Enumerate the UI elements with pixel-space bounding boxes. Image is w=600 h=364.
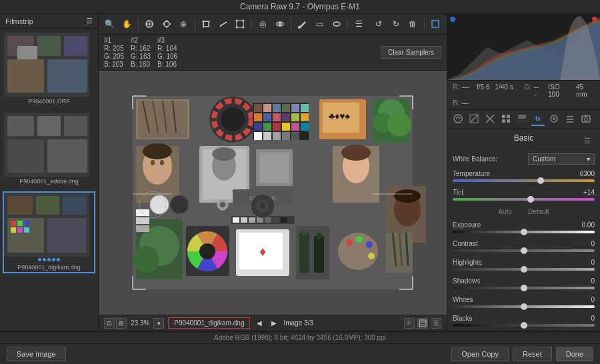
tab-camera-calibration[interactable] (547, 113, 561, 126)
svg-rect-67 (282, 113, 290, 121)
tab-basic[interactable] (451, 113, 465, 126)
blacks-value: 0 (571, 315, 595, 322)
straighten-tool[interactable] (216, 17, 230, 31)
workflow-btn[interactable] (417, 318, 428, 329)
transform-tool[interactable] (233, 17, 247, 31)
red-eye-tool[interactable] (273, 17, 287, 31)
exposure-slider[interactable] (453, 231, 595, 233)
shadows-slider[interactable] (453, 287, 595, 289)
tab-detail[interactable] (483, 113, 497, 126)
svg-point-38 (243, 20, 245, 22)
tint-slider[interactable] (453, 198, 595, 201)
image-area[interactable]: ♣♦♥♠ (99, 71, 447, 315)
svg-rect-21 (24, 221, 29, 226)
fullscreen-btn[interactable] (429, 17, 443, 31)
svg-rect-71 (263, 123, 271, 131)
zoom-fit-btn[interactable]: ⊡ (104, 318, 115, 329)
right-panel: R: --- f/5.6 1/40 s G: --- ISO 100 45 mm… (447, 14, 600, 331)
status-info: Adobe RGB (1998); 8 bit; 4624 by 3456 (1… (214, 334, 386, 341)
svg-point-165 (454, 115, 462, 123)
next-image-btn[interactable]: ▶ (269, 318, 279, 329)
blacks-thumb[interactable] (521, 322, 527, 329)
svg-rect-2 (37, 36, 61, 56)
svg-point-39 (236, 27, 238, 29)
highlights-thumb[interactable] (521, 266, 527, 273)
tab-split-toning[interactable] (515, 113, 529, 126)
filename-display[interactable]: P9040001_digikam.dng (168, 317, 250, 329)
svg-point-88 (387, 113, 411, 137)
whites-thumb[interactable] (521, 303, 527, 310)
radial-filter[interactable] (329, 17, 343, 31)
spot-removal-tool[interactable]: ◎ (256, 17, 270, 31)
tint-thumb[interactable] (527, 196, 534, 203)
graduated-filter[interactable]: ▭ (313, 17, 327, 31)
reset-button[interactable]: Reset (513, 347, 552, 361)
zoom-tool[interactable]: 🔍 (103, 17, 117, 31)
highlights-slider[interactable] (453, 268, 595, 271)
white-balance-dropdown[interactable]: Custom ▾ (528, 153, 595, 165)
hand-tool[interactable]: ✋ (119, 17, 133, 31)
filmstrip-item-2[interactable]: P9040001_adobe.dng (3, 111, 95, 187)
section-title: Basic (514, 133, 533, 143)
sampler-2-b: B: 160 (131, 61, 151, 68)
crop-tool[interactable] (199, 17, 213, 31)
contrast-slider[interactable] (453, 249, 595, 252)
panel-menu-btn[interactable]: ☰ (584, 137, 591, 145)
histogram-shadow-warning[interactable] (450, 17, 455, 22)
trash-btn[interactable]: 🗑 (405, 17, 419, 31)
preferences-btn[interactable]: ☰ (352, 17, 366, 31)
svg-point-126 (366, 241, 373, 248)
svg-rect-77 (263, 132, 271, 140)
svg-rect-78 (273, 132, 281, 140)
histogram-highlight-warning[interactable] (592, 17, 597, 22)
zoom-fill-btn[interactable]: ⊞ (116, 318, 127, 329)
target-adjustment-tool[interactable]: ⊕ (176, 17, 190, 31)
rotate-ccw-btn[interactable]: ↺ (372, 17, 386, 31)
blacks-slider[interactable] (453, 324, 595, 327)
tab-presets[interactable] (563, 113, 577, 126)
svg-rect-58 (254, 104, 262, 112)
rating-btn[interactable]: ⚐ (404, 318, 415, 329)
tab-hsl[interactable] (499, 113, 513, 126)
temperature-thumb[interactable] (537, 177, 544, 184)
contrast-thumb[interactable] (521, 247, 527, 254)
highlights-value: 0 (571, 259, 595, 266)
svg-point-174 (553, 117, 555, 120)
temperature-slider[interactable] (453, 179, 595, 182)
svg-rect-36 (237, 21, 243, 27)
zoom-dropdown-btn[interactable]: ▾ (153, 318, 164, 329)
svg-rect-152 (136, 225, 149, 232)
whites-label-row: Whites 0 (453, 296, 595, 303)
filmstrip-thumb-1 (4, 33, 89, 97)
svg-rect-137 (265, 217, 271, 223)
tab-lens-corrections[interactable]: fx (531, 113, 545, 126)
sampler-2-r: R: 162 (131, 45, 151, 52)
white-balance-tool[interactable] (143, 17, 157, 31)
svg-point-179 (585, 118, 588, 121)
save-image-button[interactable]: Save Image (7, 347, 66, 361)
dot-5 (57, 258, 60, 261)
exposure-thumb[interactable] (521, 229, 527, 235)
tab-snapshots[interactable] (579, 113, 593, 126)
svg-point-154 (170, 195, 189, 214)
auto-btn[interactable]: Auto (493, 207, 517, 216)
rotate-cw-btn[interactable]: ↻ (389, 17, 403, 31)
open-copy-button[interactable]: Open Copy (451, 347, 509, 361)
wb-dropdown-arrow: ▾ (587, 155, 590, 163)
g-value: --- (534, 83, 540, 98)
done-button[interactable]: Done (556, 347, 593, 361)
clear-samplers-button[interactable]: Clear Samplers (381, 46, 441, 59)
tab-tone-curve[interactable] (467, 113, 481, 126)
filmstrip-item-1[interactable]: P9040001.ORF (3, 31, 95, 107)
color-sampler-tool[interactable] (159, 17, 173, 31)
adjustment-brush[interactable] (295, 17, 309, 31)
filmstrip-item-3[interactable]: P9040001_digikam.dng (3, 191, 95, 273)
shadows-thumb[interactable] (521, 285, 527, 291)
default-btn[interactable]: Default (523, 207, 555, 216)
svg-rect-15 (36, 196, 59, 215)
filmstrip-menu-icon[interactable]: ☰ (86, 17, 93, 25)
settings-btn[interactable]: ☰ (431, 318, 441, 329)
svg-rect-65 (263, 113, 271, 121)
whites-slider[interactable] (453, 305, 595, 308)
prev-image-btn[interactable]: ◀ (254, 318, 265, 329)
